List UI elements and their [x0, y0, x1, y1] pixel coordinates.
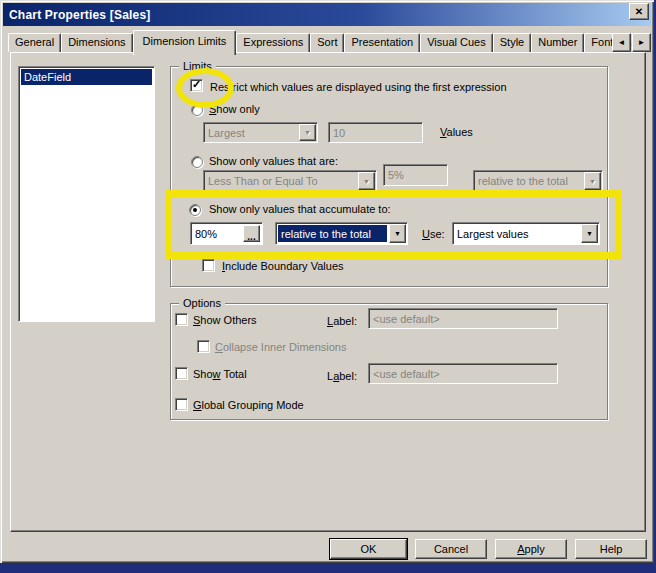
radio-dot	[193, 208, 197, 212]
show-total-checkbox[interactable]	[175, 367, 188, 380]
tab-dimensions[interactable]: Dimensions	[61, 33, 132, 52]
accumulate-relative-combo[interactable]: relative to the total ▼	[275, 222, 408, 245]
close-button[interactable]: ✕	[629, 3, 649, 20]
relative-to-combo-disabled[interactable]: relative to the total ▼	[473, 170, 603, 192]
browse-button[interactable]: ...	[243, 225, 260, 242]
chevron-down-icon: ▼	[586, 230, 593, 237]
tab-general[interactable]: General	[8, 33, 61, 52]
show-others-label: Show Others	[193, 314, 257, 327]
tab-expressions[interactable]: Expressions	[236, 33, 310, 52]
show-values-that-are-label: Show only values that are:	[209, 155, 338, 168]
relative-to-dropdown-button[interactable]: ▼	[584, 172, 601, 190]
window-title: Chart Properties [Sales]	[9, 8, 151, 22]
close-icon: ✕	[635, 6, 643, 17]
accumulate-radio[interactable]	[189, 204, 201, 216]
show-only-radio[interactable]	[191, 104, 203, 116]
tab-strip: General Dimensions Dimension Limits Expr…	[8, 30, 635, 52]
accumulate-relative-value: relative to the total	[278, 225, 387, 242]
accumulate-label: Show only values that accumulate to:	[209, 203, 391, 216]
show-others-checkbox[interactable]	[175, 313, 188, 326]
options-group-label: Options	[179, 296, 225, 310]
show-only-mode-dropdown-button[interactable]: ▼	[299, 124, 316, 141]
show-only-mode-value: Largest	[204, 127, 298, 139]
use-mode-value: Largest values	[453, 228, 580, 240]
others-label-field[interactable]: <use default>	[368, 308, 558, 329]
title-bar[interactable]: Chart Properties [Sales]	[3, 3, 651, 26]
apply-button[interactable]: Apply	[495, 539, 567, 559]
relative-to-value: relative to the total	[474, 175, 583, 187]
show-only-mode-combo[interactable]: Largest ▼	[203, 122, 318, 143]
show-only-count-field[interactable]: 10	[328, 122, 423, 143]
check-icon: ✓	[192, 79, 201, 90]
chevron-down-icon: ▼	[589, 178, 596, 185]
limits-group-label: Limits	[179, 59, 216, 73]
apply-button-label: Apply	[517, 543, 545, 555]
chart-properties-dialog: Chart Properties [Sales] ✕ General Dimen…	[0, 0, 654, 563]
show-values-that-are-radio[interactable]	[191, 156, 203, 168]
restrict-label: Restrict which values are displayed usin…	[210, 81, 507, 94]
ellipsis-icon: ...	[247, 233, 255, 241]
comparison-value-field[interactable]: 5%	[383, 164, 448, 186]
comparison-operator-dropdown-button[interactable]: ▼	[358, 172, 375, 190]
restrict-checkbox[interactable]: ✓	[190, 79, 203, 92]
use-mode-dropdown-button[interactable]: ▼	[581, 224, 598, 243]
accumulate-value-field[interactable]: 80% ...	[190, 222, 263, 245]
list-item-datefield[interactable]: DateField	[21, 69, 152, 85]
tab-scroll-right-button[interactable]: ►	[632, 33, 651, 52]
ok-button[interactable]: OK	[330, 539, 407, 559]
tab-style[interactable]: Style	[493, 33, 531, 52]
include-boundary-label: Include Boundary Values	[222, 260, 344, 273]
total-label-field[interactable]: <use default>	[368, 363, 558, 384]
chevron-down-icon: ▼	[363, 178, 370, 185]
others-label-caption: Label:	[327, 315, 357, 328]
use-label: Use:	[422, 228, 445, 241]
chevron-down-icon: ▼	[394, 230, 401, 237]
global-grouping-label: Global Grouping Mode	[193, 399, 304, 412]
comparison-operator-value: Less Than or Equal To	[204, 175, 357, 187]
include-boundary-checkbox[interactable]	[202, 259, 215, 272]
collapse-inner-dimensions-label: Collapse Inner Dimensions	[215, 341, 346, 354]
tab-scroll-left-button[interactable]: ◄	[612, 33, 631, 52]
comparison-operator-combo[interactable]: Less Than or Equal To ▼	[203, 170, 377, 192]
show-only-label: Show only	[209, 103, 260, 116]
accumulate-relative-dropdown-button[interactable]: ▼	[389, 224, 406, 243]
cancel-button[interactable]: Cancel	[415, 539, 487, 559]
show-total-label: Show Total	[193, 368, 247, 381]
total-label-caption: Label:	[327, 370, 357, 383]
values-label: Values	[440, 126, 473, 139]
collapse-inner-dimensions-checkbox[interactable]	[197, 340, 210, 353]
tab-sort[interactable]: Sort	[310, 33, 344, 52]
global-grouping-checkbox[interactable]	[175, 398, 188, 411]
tab-number[interactable]: Number	[531, 33, 584, 52]
right-arrow-icon: ►	[638, 38, 646, 47]
tab-presentation[interactable]: Presentation	[344, 33, 420, 52]
dimension-listbox[interactable]: DateField	[18, 66, 155, 322]
help-button[interactable]: Help	[575, 539, 647, 559]
left-arrow-icon: ◄	[618, 38, 626, 47]
tab-dimension-limits[interactable]: Dimension Limits	[133, 30, 237, 55]
use-mode-combo[interactable]: Largest values ▼	[452, 222, 600, 245]
tab-visual-cues[interactable]: Visual Cues	[420, 33, 493, 52]
chevron-down-icon: ▼	[304, 129, 311, 136]
